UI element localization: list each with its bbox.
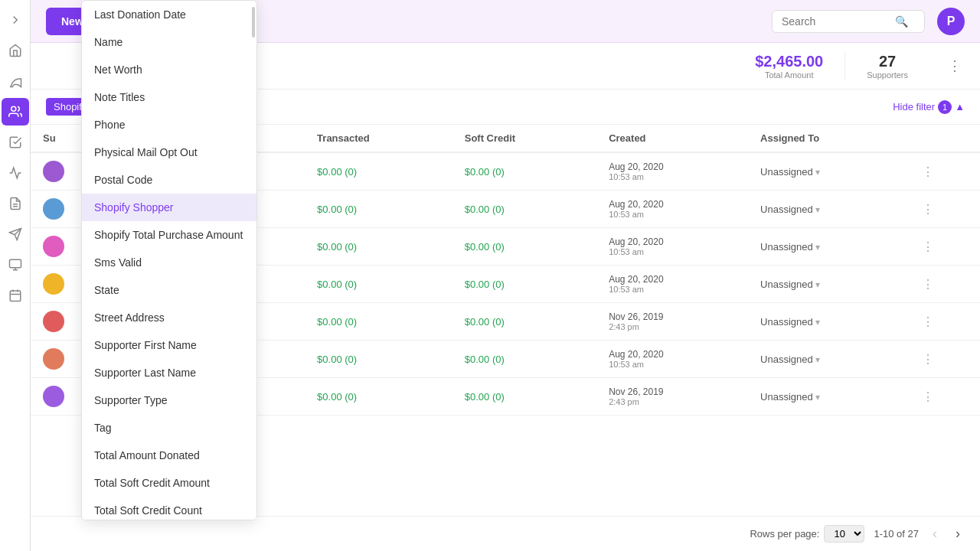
sidebar-people[interactable] [2, 98, 29, 126]
dropdown-item[interactable]: Supporter Type [82, 386, 256, 414]
sidebar-calendar[interactable] [2, 282, 29, 309]
col-transacted[interactable]: Transacted [305, 125, 452, 152]
dropdown-item[interactable]: Net Worth [82, 56, 256, 83]
created-time: 10:53 am [609, 247, 736, 256]
assigned-value: Unassigned [760, 279, 813, 290]
sidebar-collapse[interactable] [2, 6, 29, 34]
created-date: Aug 20, 2020 [609, 199, 736, 210]
row-more-button[interactable]: ⋮ [922, 240, 934, 253]
dropdown-item[interactable]: Phone [82, 111, 256, 139]
assign-dropdown-arrow[interactable]: ▾ [815, 204, 820, 215]
dropdown-item[interactable]: Note Titles [82, 83, 256, 111]
row-more-button[interactable]: ⋮ [922, 390, 934, 403]
prev-page-button[interactable]: ‹ [928, 524, 942, 543]
transacted-cell: $0.00 (0) [305, 341, 452, 378]
stats-more-button[interactable]: ⋮ [945, 54, 965, 77]
assigned-cell: Unassigned ▾ [748, 228, 910, 266]
page-info: 1-10 of 27 [874, 528, 919, 540]
sidebar-monitor[interactable] [2, 251, 29, 279]
dropdown-item[interactable]: Physical Mail Opt Out [82, 139, 256, 166]
sidebar-send[interactable] [2, 220, 29, 248]
rows-per-page-select[interactable]: 10 25 50 [824, 525, 864, 543]
dropdown-item[interactable]: State [82, 276, 256, 304]
total-amount-value: $2,465.00 [755, 53, 823, 70]
created-date: Nov 26, 2019 [609, 311, 736, 322]
dropdown-item[interactable]: Supporter First Name [82, 331, 256, 359]
dropdown-item[interactable]: Shopify Total Purchase Amount [82, 221, 256, 249]
created-cell: Aug 20, 2020 10:53 am [596, 266, 748, 303]
supporters-label: Supporters [867, 70, 908, 80]
assigned-value: Unassigned [760, 204, 813, 215]
soft-credit-cell: $0.00 (0) [452, 266, 596, 303]
assign-dropdown-arrow[interactable]: ▾ [815, 354, 820, 365]
dropdown-item[interactable]: Sms Valid [82, 249, 256, 276]
dropdown-item[interactable]: Total Soft Credit Amount [82, 469, 256, 497]
next-page-button[interactable]: › [951, 524, 965, 543]
assign-dropdown-arrow[interactable]: ▾ [815, 392, 820, 403]
transacted-cell: $0.00 (0) [305, 303, 452, 341]
created-date: Nov 26, 2019 [609, 386, 736, 397]
search-icon: 🔍 [895, 15, 908, 28]
transacted-value: $0.00 (0) [317, 166, 357, 178]
assigned-cell: Unassigned ▾ [748, 152, 910, 191]
dropdown-item[interactable]: Name [82, 28, 256, 56]
dropdown-item[interactable]: Total Soft Credit Count [82, 497, 256, 520]
soft-credit-cell: $0.00 (0) [452, 341, 596, 378]
col-soft-credit[interactable]: Soft Credit [452, 125, 596, 152]
assign-dropdown-arrow[interactable]: ▾ [815, 279, 820, 290]
created-cell: Aug 20, 2020 10:53 am [596, 191, 748, 228]
sidebar-notes[interactable] [2, 190, 29, 217]
row-more-button[interactable]: ⋮ [922, 203, 934, 216]
sidebar-home[interactable] [2, 37, 29, 64]
total-amount-label: Total Amount [755, 70, 823, 80]
col-created[interactable]: Created [596, 125, 748, 152]
row-more-button[interactable]: ⋮ [922, 353, 934, 366]
soft-credit-value: $0.00 (0) [465, 166, 505, 178]
assign-dropdown-arrow[interactable]: ▾ [815, 242, 820, 253]
dropdown-item[interactable]: Last Donation Date [82, 1, 256, 28]
transacted-value: $0.00 (0) [317, 316, 357, 328]
col-assigned-to[interactable]: Assigned To [748, 125, 910, 152]
search-input[interactable] [782, 15, 889, 28]
soft-credit-cell: $0.00 (0) [452, 228, 596, 266]
hide-filter-button[interactable]: Hide filter 1 ▲ [893, 100, 965, 114]
created-date: Aug 20, 2020 [609, 274, 736, 285]
created-cell: Aug 20, 2020 10:53 am [596, 341, 748, 378]
assigned-value: Unassigned [760, 166, 813, 178]
avatar[interactable]: P [937, 8, 965, 35]
row-actions-cell: ⋮ [910, 191, 980, 228]
dropdown-item[interactable]: Total Amount Donated [82, 442, 256, 469]
row-more-button[interactable]: ⋮ [922, 278, 934, 291]
dropdown-item[interactable]: Street Address [82, 304, 256, 331]
sidebar-tasks[interactable] [2, 129, 29, 156]
supporters-stat: 27 Supporters [867, 53, 908, 80]
created-cell: Nov 26, 2019 2:43 pm [596, 378, 748, 416]
created-time: 10:53 am [609, 360, 736, 369]
assigned-cell: Unassigned ▾ [748, 191, 910, 228]
dropdown-item[interactable]: Tag [82, 414, 256, 442]
svg-rect-5 [9, 259, 21, 268]
sidebar-leaf[interactable] [2, 67, 29, 95]
created-cell: Aug 20, 2020 10:53 am [596, 152, 748, 191]
sidebar [0, 0, 31, 551]
dropdown-item[interactable]: Supporter Last Name [82, 359, 256, 386]
hide-filter-label: Hide filter [893, 101, 935, 112]
assigned-cell: Unassigned ▾ [748, 303, 910, 341]
assigned-cell: Unassigned ▾ [748, 378, 910, 416]
row-more-button[interactable]: ⋮ [922, 165, 934, 178]
dropdown-item[interactable]: Postal Code [82, 166, 256, 194]
row-more-button[interactable]: ⋮ [922, 315, 934, 328]
supporter-avatar [43, 161, 64, 182]
scrollbar [252, 7, 255, 37]
dropdown-list: Last Donation DateNameNet WorthNote Titl… [82, 1, 256, 520]
assign-dropdown-arrow[interactable]: ▾ [815, 317, 820, 328]
supporter-avatar [43, 348, 64, 370]
sidebar-analytics[interactable] [2, 159, 29, 187]
soft-credit-value: $0.00 (0) [465, 354, 505, 365]
transacted-cell: $0.00 (0) [305, 152, 452, 191]
assigned-cell: Unassigned ▾ [748, 266, 910, 303]
dropdown-item[interactable]: Shopify Shopper [82, 194, 256, 221]
transacted-value: $0.00 (0) [317, 279, 357, 290]
assign-dropdown-arrow[interactable]: ▾ [815, 167, 820, 178]
rows-per-page: Rows per page: 10 25 50 [750, 525, 864, 543]
